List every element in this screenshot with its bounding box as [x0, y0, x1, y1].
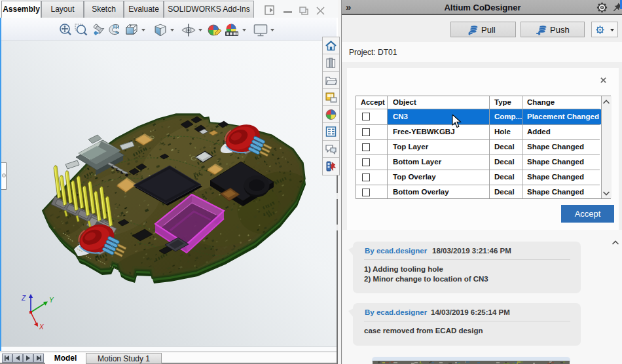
svg-text:Y: Y	[49, 297, 54, 304]
svg-text:X: X	[39, 323, 44, 331]
svg-text:Z: Z	[21, 295, 26, 302]
